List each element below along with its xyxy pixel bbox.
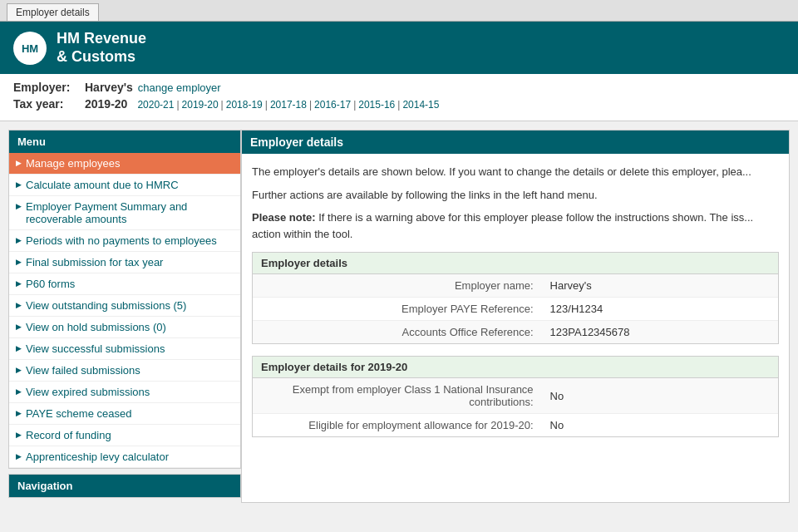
- sidebar: Menu Manage employees Calculate amount d…: [8, 130, 241, 503]
- employer-name-value: Harvey's: [542, 274, 778, 298]
- main-layout: Menu Manage employees Calculate amount d…: [0, 121, 798, 511]
- sidebar-nav-section: Navigation: [8, 474, 241, 498]
- tax-year-links: 2020-21 | 2019-20 | 2018-19 | 2017-18 | …: [137, 99, 439, 111]
- note-bold: Please note:: [252, 211, 316, 224]
- main-content: Employer details The employer's details …: [241, 130, 790, 503]
- hmrc-logo: HM: [13, 32, 47, 65]
- tax-year-link-2018[interactable]: 2018-19: [226, 99, 263, 111]
- sidebar-item-view-outstanding[interactable]: View outstanding submissions (5): [9, 295, 240, 317]
- tax-year-label: Tax year:: [13, 97, 80, 111]
- sidebar-menu-section: Menu Manage employees Calculate amount d…: [8, 130, 241, 469]
- table-row: Exempt from employer Class 1 National In…: [253, 378, 778, 414]
- sidebar-nav-title: Navigation: [9, 475, 240, 497]
- sidebar-item-view-successful[interactable]: View successful submissions: [9, 338, 240, 360]
- employer-details-table: Employer name: Harvey's Employer PAYE Re…: [253, 274, 778, 343]
- accounts-office-value: 123PA12345678: [542, 321, 778, 344]
- employer-details-tab[interactable]: Employer details: [7, 3, 99, 21]
- content-title: Employer details: [242, 131, 789, 154]
- employer-year-details-title: Employer details for 2019-20: [253, 357, 778, 378]
- employer-details-box-title: Employer details: [253, 253, 778, 274]
- change-employer-link[interactable]: change employer: [138, 81, 221, 94]
- table-row: Accounts Office Reference: 123PA12345678: [253, 321, 778, 344]
- employer-year-details-table: Exempt from employer Class 1 National In…: [253, 378, 778, 436]
- tax-year-link-2015[interactable]: 2015-16: [358, 99, 395, 111]
- sidebar-item-manage-employees[interactable]: Manage employees: [9, 153, 240, 175]
- header-title: HM Revenue & Customs: [57, 30, 146, 66]
- employment-allowance-label: Eligible for employment allowance for 20…: [253, 414, 542, 437]
- tax-year-link-2017[interactable]: 2017-18: [270, 99, 307, 111]
- tax-year-link-2016[interactable]: 2016-17: [314, 99, 351, 111]
- sidebar-item-view-failed[interactable]: View failed submissions: [9, 360, 240, 382]
- accounts-office-label: Accounts Office Reference:: [253, 321, 542, 344]
- header: HM HM Revenue & Customs: [0, 22, 798, 74]
- sidebar-item-final-submission[interactable]: Final submission for tax year: [9, 252, 240, 273]
- employer-name: Harvey's: [85, 81, 133, 94]
- tax-year-link-2020[interactable]: 2020-21: [137, 99, 174, 111]
- intro-text-1: The employer's details are shown below. …: [252, 164, 779, 180]
- svg-text:HM: HM: [22, 42, 38, 55]
- sidebar-item-view-on-hold[interactable]: View on hold submissions (0): [9, 317, 240, 338]
- sidebar-item-employer-payment-summary[interactable]: Employer Payment Summary and recoverable…: [9, 196, 240, 230]
- sidebar-item-record-funding[interactable]: Record of funding: [9, 425, 240, 446]
- tax-year-link-2019[interactable]: 2019-20: [182, 99, 219, 111]
- sidebar-menu-title: Menu: [9, 131, 240, 153]
- note-text: Please note: If there is a warning above…: [252, 209, 779, 242]
- table-row: Employer PAYE Reference: 123/H1234: [253, 298, 778, 321]
- sidebar-item-periods-no-payments[interactable]: Periods with no payments to employees: [9, 230, 240, 252]
- paye-ref-value: 123/H1234: [542, 298, 778, 321]
- employer-name-label: Employer name:: [253, 274, 542, 298]
- employment-allowance-value: No: [542, 414, 778, 437]
- sidebar-item-calculate-amount[interactable]: Calculate amount due to HMRC: [9, 175, 240, 196]
- ni-exempt-label: Exempt from employer Class 1 National In…: [253, 378, 542, 414]
- sidebar-item-p60[interactable]: P60 forms: [9, 273, 240, 295]
- tax-year-current: 2019-20: [85, 97, 127, 111]
- sidebar-item-view-expired[interactable]: View expired submissions: [9, 382, 240, 403]
- employer-year-details-box: Employer details for 2019-20 Exempt from…: [252, 356, 779, 437]
- employer-label: Employer:: [13, 81, 80, 94]
- paye-ref-label: Employer PAYE Reference:: [253, 298, 542, 321]
- intro-text-2: Further actions are available by followi…: [252, 187, 779, 204]
- sidebar-item-paye-ceased[interactable]: PAYE scheme ceased: [9, 403, 240, 425]
- employer-info-bar: Employer: Harvey's change employer Tax y…: [0, 74, 798, 121]
- tab-bar: Employer details: [0, 0, 798, 22]
- employer-details-box: Employer details Employer name: Harvey's…: [252, 252, 779, 344]
- table-row: Eligible for employment allowance for 20…: [253, 414, 778, 437]
- ni-exempt-value: No: [542, 378, 778, 414]
- table-row: Employer name: Harvey's: [253, 274, 778, 298]
- tax-year-link-2014[interactable]: 2014-15: [402, 99, 439, 111]
- sidebar-item-apprenticeship-levy[interactable]: Apprenticeship levy calculator: [9, 446, 240, 468]
